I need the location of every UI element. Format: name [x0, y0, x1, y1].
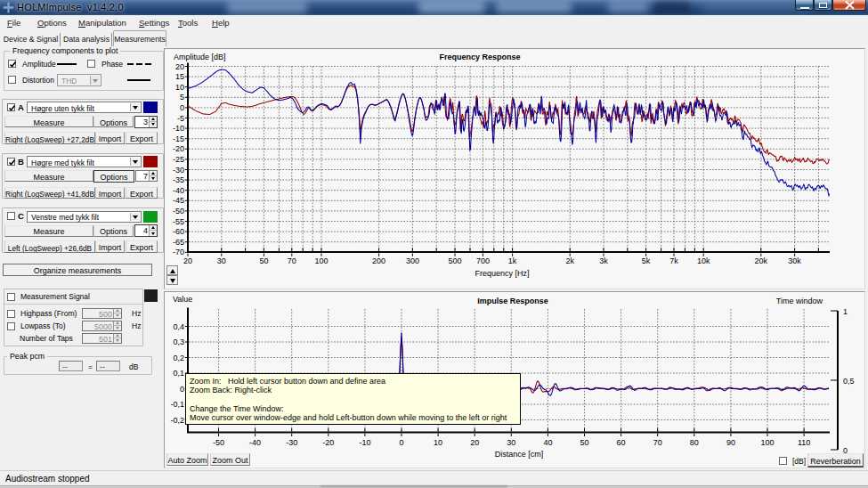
svg-text:0: 0 — [180, 103, 184, 112]
svg-text:Impulse Response: Impulse Response — [477, 297, 548, 305]
svg-text:50: 50 — [259, 256, 268, 265]
svg-text:-30: -30 — [286, 438, 297, 447]
svg-text:5: 5 — [180, 93, 184, 102]
svg-text:0,4: 0,4 — [173, 322, 184, 331]
svg-text:Distance [cm]: Distance [cm] — [495, 450, 544, 459]
svg-text:40: 40 — [543, 438, 552, 447]
svg-text:Frequency Response: Frequency Response — [439, 53, 520, 61]
svg-text:30: 30 — [217, 256, 226, 265]
svg-text:10: 10 — [175, 83, 184, 92]
svg-text:-25: -25 — [173, 155, 184, 164]
svg-text:-35: -35 — [173, 175, 184, 184]
svg-text:-60: -60 — [173, 227, 184, 236]
svg-text:-5: -5 — [177, 114, 184, 123]
svg-text:70: 70 — [653, 438, 662, 447]
svg-text:110: 110 — [798, 438, 810, 447]
svg-text:80: 80 — [690, 438, 699, 447]
svg-text:-20: -20 — [322, 438, 334, 447]
svg-text:Amplitude [dB]: Amplitude [dB] — [174, 53, 226, 61]
svg-text:-15: -15 — [173, 134, 184, 143]
svg-text:300: 300 — [406, 256, 419, 265]
svg-text:-30: -30 — [173, 166, 184, 175]
svg-text:-55: -55 — [173, 217, 184, 226]
svg-text:0,1: 0,1 — [173, 369, 184, 378]
svg-text:20k: 20k — [755, 256, 768, 265]
svg-text:20: 20 — [183, 256, 192, 265]
svg-text:20: 20 — [470, 438, 479, 447]
svg-text:0,3: 0,3 — [173, 338, 184, 346]
svg-text:5k: 5k — [642, 256, 651, 265]
svg-text:1k: 1k — [508, 256, 517, 265]
svg-text:-40: -40 — [249, 438, 261, 447]
svg-text:-0,1: -0,1 — [170, 400, 184, 409]
svg-text:700: 700 — [476, 256, 490, 265]
svg-text:30: 30 — [507, 438, 515, 447]
svg-text:3k: 3k — [599, 256, 608, 265]
svg-text:-65: -65 — [173, 238, 184, 247]
svg-text:70: 70 — [288, 256, 296, 265]
svg-text:1: 1 — [843, 307, 848, 316]
svg-text:20: 20 — [175, 62, 184, 71]
svg-text:Frequency [Hz]: Frequency [Hz] — [475, 269, 529, 278]
svg-text:-10: -10 — [173, 124, 184, 133]
svg-text:-0,2: -0,2 — [170, 416, 184, 425]
svg-text:10k: 10k — [697, 256, 710, 265]
svg-text:Value: Value — [173, 295, 192, 304]
svg-text:0,5: 0,5 — [843, 377, 855, 386]
svg-text:30k: 30k — [788, 256, 801, 265]
svg-text:0: 0 — [399, 438, 403, 447]
svg-text:0: 0 — [180, 385, 184, 394]
svg-text:60: 60 — [617, 438, 626, 447]
svg-text:10: 10 — [434, 438, 442, 447]
svg-text:100: 100 — [760, 438, 774, 447]
svg-text:50: 50 — [580, 438, 588, 447]
svg-text:100: 100 — [314, 256, 328, 265]
svg-text:15: 15 — [175, 72, 184, 81]
svg-text:2k: 2k — [565, 256, 574, 265]
svg-text:90: 90 — [726, 438, 735, 447]
svg-text:500: 500 — [448, 256, 461, 265]
svg-text:Time window: Time window — [776, 297, 823, 305]
svg-text:7k: 7k — [669, 256, 678, 265]
svg-text:200: 200 — [372, 256, 385, 265]
svg-text:-50: -50 — [173, 207, 184, 216]
svg-text:-50: -50 — [213, 438, 224, 447]
svg-text:0,2: 0,2 — [173, 354, 184, 362]
svg-text:-20: -20 — [173, 144, 184, 153]
svg-text:-45: -45 — [173, 196, 184, 205]
svg-text:-10: -10 — [359, 438, 370, 447]
svg-text:-40: -40 — [173, 186, 184, 195]
